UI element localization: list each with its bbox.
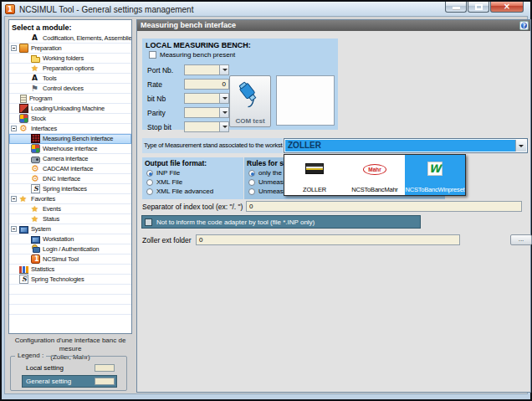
sidebar-item-spring-technologies[interactable]: Spring Technologies — [9, 275, 131, 285]
sidebar-item-status[interactable]: Status — [9, 214, 131, 224]
stand-type-value: ZOLLER — [285, 140, 515, 152]
bench-present-row: Measuring bench present — [149, 51, 235, 59]
sidebar-item-stock[interactable]: Stock — [9, 114, 131, 124]
port-nb--combobox[interactable] — [184, 64, 229, 75]
browse-button[interactable]: ... — [510, 234, 532, 245]
field-row-parity: Parity — [147, 107, 229, 118]
stand-type-combobox[interactable]: ZOLLER — [284, 138, 528, 153]
dropdown-item-ncstobancmahr[interactable]: MahrNCSToBancMahr — [345, 155, 405, 195]
sidebar-item-camera-interface[interactable]: Camera interface — [9, 154, 131, 164]
stand-type-dropdown: ZOLLERMahrNCSToBancMahrWNCSToBancWinpres… — [284, 154, 466, 196]
sidebar-item-system[interactable]: System — [9, 224, 131, 234]
rules-radio[interactable] — [248, 188, 255, 195]
expander-icon[interactable] — [11, 45, 17, 51]
output-format-radio[interactable] — [146, 188, 153, 195]
sidebar-item-spring-interfaces[interactable]: Spring interfaces — [9, 184, 131, 194]
separator-input[interactable]: 0 — [246, 201, 522, 212]
spring-icon — [19, 275, 28, 284]
field-label: Port Nb. — [147, 66, 184, 75]
sidebar-item-login-authentication[interactable]: Login / Authentication — [9, 244, 131, 254]
dropdown-item-zoller[interactable]: ZOLLER — [284, 155, 345, 195]
chevron-down-icon[interactable] — [515, 140, 526, 152]
chevron-down-icon[interactable] — [219, 108, 228, 117]
dropdown-item-label: ZOLLER — [284, 186, 345, 193]
tree-empty-row — [9, 295, 131, 305]
sidebar-item-loading-unloading-machine[interactable]: Loading/Unloading Machine — [9, 104, 131, 114]
zoller-folder-label: Zoller ext folder — [142, 236, 192, 244]
sidebar-item-workstation[interactable]: Workstation — [9, 234, 131, 244]
bit-nb-combobox[interactable] — [184, 93, 229, 104]
sidebar-item-dnc-interface[interactable]: DNC Interface — [9, 174, 131, 184]
rate-input[interactable]: 0 — [184, 79, 229, 90]
output-format-radio[interactable] — [146, 179, 153, 186]
panel-title: Measuring bench interface — [141, 21, 236, 29]
sidebar-item-preparation-options[interactable]: Preparation options — [9, 64, 131, 74]
legend-title: Legend : — [15, 352, 46, 359]
star-icon — [31, 64, 40, 73]
sidebar-item-codification-elements-assemblies[interactable]: Codification, Elements, Assemblies — [9, 33, 131, 44]
output-format-radio-selected[interactable] — [146, 170, 153, 177]
dropdown-item-ncstobancwinpreset[interactable]: WNCSToBancWinpreset — [405, 155, 465, 195]
inform-checkbox[interactable] — [145, 218, 152, 226]
sidebar-item-program[interactable]: Program — [9, 94, 131, 104]
rules-radio[interactable] — [248, 179, 255, 186]
sidebar-item-cadcam-interface[interactable]: CADCAM interface — [9, 164, 131, 174]
sidebar-item-label: Loading/Unloading Machine — [31, 105, 105, 112]
bench-present-label: Measuring bench present — [160, 51, 235, 59]
sidebar-item-favorites[interactable]: Favorites — [9, 194, 131, 204]
sidebar-item-interfaces[interactable]: Interfaces — [9, 124, 131, 134]
sidebar-item-preparation[interactable]: Preparation — [9, 44, 131, 54]
title-bar[interactable]: 1 NCSIMUL Tool - General settings manage… — [2, 2, 530, 17]
minimize-button[interactable] — [445, 2, 467, 13]
output-format-group: Output file format: INP FileXML FileXML … — [142, 157, 243, 199]
legend-swatch-local — [95, 364, 115, 372]
rules-radio-selected[interactable] — [248, 170, 255, 177]
sidebar-item-label: NCSimul Tool — [43, 255, 79, 263]
program-icon — [20, 95, 27, 103]
sidebar-item-measuring-bench-interface[interactable]: Measuring Bench interface — [9, 134, 131, 144]
field-label: bit Nb — [147, 95, 184, 103]
expander-icon[interactable] — [11, 126, 17, 131]
sidebar-item-label: Preparation — [31, 44, 62, 52]
sidebar-item-tools[interactable]: Tools — [9, 74, 131, 84]
parity-combobox[interactable] — [184, 107, 229, 118]
zoller-folder-input[interactable]: 0 — [196, 234, 460, 245]
monitor-icon — [31, 236, 40, 244]
sidebar-item-warehouse-interface[interactable]: Warehouse interface — [9, 144, 131, 154]
maximize-button[interactable] — [468, 2, 489, 13]
expander-icon[interactable] — [11, 196, 17, 202]
com-test-label: COM test — [230, 117, 270, 125]
help-button[interactable]: ? — [519, 21, 529, 30]
module-sidebar: Select a module: Codification, Elements,… — [8, 19, 132, 334]
star-icon — [31, 204, 40, 213]
sidebar-item-working-folders[interactable]: Working folders — [9, 54, 131, 64]
close-button[interactable]: × — [490, 2, 524, 13]
chevron-down-icon[interactable] — [219, 122, 228, 131]
expander-icon[interactable] — [11, 226, 17, 232]
com-test-button[interactable]: COM test — [229, 75, 271, 127]
window-controls: × — [444, 2, 524, 13]
chevron-down-icon[interactable] — [219, 65, 228, 75]
legend-box: Legend : Local settingGeneral setting — [10, 356, 127, 391]
star-icon — [31, 214, 40, 224]
sidebar-item-statistics[interactable]: Statistics — [9, 265, 131, 275]
gear-icon — [31, 164, 40, 173]
folder-icon — [31, 57, 40, 63]
camera-icon — [31, 157, 40, 163]
bench-present-checkbox[interactable] — [149, 51, 156, 59]
sidebar-item-control-devices[interactable]: Control devices — [9, 84, 131, 94]
stop-bit-combobox[interactable] — [184, 121, 229, 132]
star-icon — [19, 194, 28, 203]
legend-row-local: Local setting — [23, 362, 116, 373]
flag-icon — [31, 84, 40, 93]
sidebar-item-ncsimul-tool[interactable]: NCSimul Tool — [9, 254, 131, 265]
legend-swatch-general — [95, 378, 115, 385]
inform-label: Not to inform the code adapter by tool (… — [156, 218, 315, 226]
module-tree: Codification, Elements, AssembliesPrepar… — [9, 33, 131, 315]
window-title: NCSIMUL Tool - General settings manageme… — [19, 5, 193, 14]
sidebar-item-events[interactable]: Events — [9, 204, 131, 214]
mahr-logo-icon: Mahr — [363, 164, 386, 175]
legend-label: General setting — [26, 378, 71, 385]
chevron-down-icon[interactable] — [219, 94, 228, 103]
sidebar-item-label: Camera interface — [43, 155, 88, 162]
